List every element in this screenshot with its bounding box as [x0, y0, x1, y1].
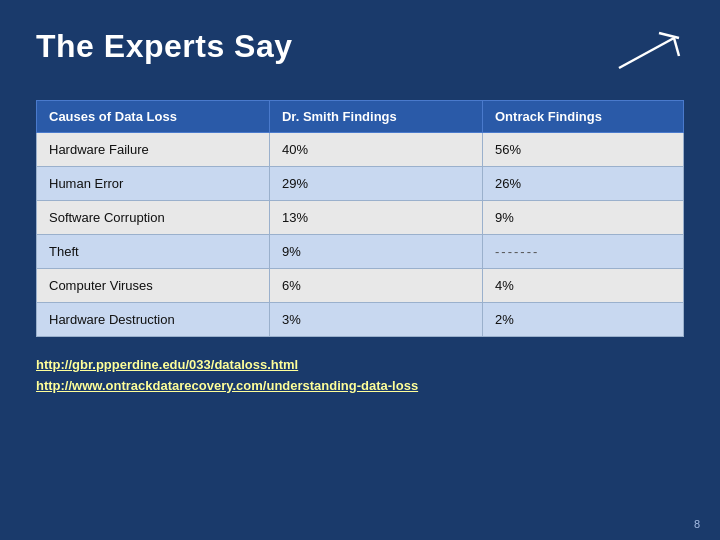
svg-line-2	[674, 38, 679, 56]
cell-smith: 6%	[269, 269, 482, 303]
cell-cause: Hardware Failure	[37, 133, 270, 167]
page-title: The Experts Say	[36, 28, 293, 65]
footer-links: http://gbr.ppperdine.edu/033/dataloss.ht…	[36, 355, 684, 397]
cell-smith: 40%	[269, 133, 482, 167]
cell-ontrack: 2%	[483, 303, 684, 337]
table-row: Software Corruption13%9%	[37, 201, 684, 235]
cell-cause: Software Corruption	[37, 201, 270, 235]
footer-link-2[interactable]: http://www.ontrackdatarecovery.com/under…	[36, 376, 684, 397]
table-row: Hardware Failure40%56%	[37, 133, 684, 167]
cell-smith: 3%	[269, 303, 482, 337]
cell-ontrack: 4%	[483, 269, 684, 303]
col-header-cause: Causes of Data Loss	[37, 101, 270, 133]
svg-line-0	[619, 38, 674, 68]
data-table: Causes of Data Loss Dr. Smith Findings O…	[36, 100, 684, 337]
cell-ontrack: 26%	[483, 167, 684, 201]
cell-cause: Hardware Destruction	[37, 303, 270, 337]
header: The Experts Say	[36, 28, 684, 78]
table-row: Computer Viruses6%4%	[37, 269, 684, 303]
col-header-ontrack: Ontrack Findings	[483, 101, 684, 133]
slide: The Experts Say Causes of Data Loss Dr. …	[0, 0, 720, 540]
table-row: Human Error29%26%	[37, 167, 684, 201]
cell-cause: Computer Viruses	[37, 269, 270, 303]
logo	[614, 28, 684, 78]
cell-cause: Theft	[37, 235, 270, 269]
table-row: Hardware Destruction3%2%	[37, 303, 684, 337]
col-header-smith: Dr. Smith Findings	[269, 101, 482, 133]
cell-ontrack: -------	[483, 235, 684, 269]
cell-cause: Human Error	[37, 167, 270, 201]
svg-line-1	[659, 33, 679, 38]
cell-smith: 29%	[269, 167, 482, 201]
cell-ontrack: 56%	[483, 133, 684, 167]
cell-smith: 13%	[269, 201, 482, 235]
cell-ontrack: 9%	[483, 201, 684, 235]
footer-link-1[interactable]: http://gbr.ppperdine.edu/033/dataloss.ht…	[36, 355, 684, 376]
table-row: Theft9%-------	[37, 235, 684, 269]
cell-smith: 9%	[269, 235, 482, 269]
page-number: 8	[694, 518, 700, 530]
